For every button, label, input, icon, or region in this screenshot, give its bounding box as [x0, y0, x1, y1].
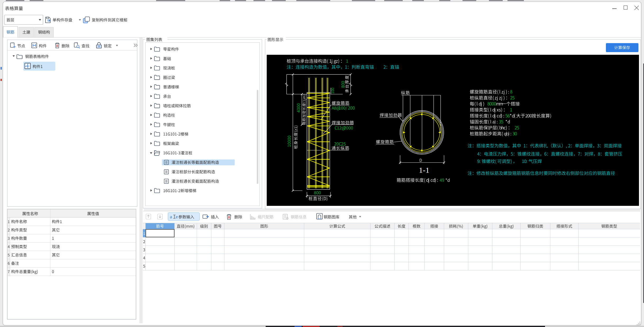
svg-text:1-1: 1-1	[419, 166, 429, 174]
